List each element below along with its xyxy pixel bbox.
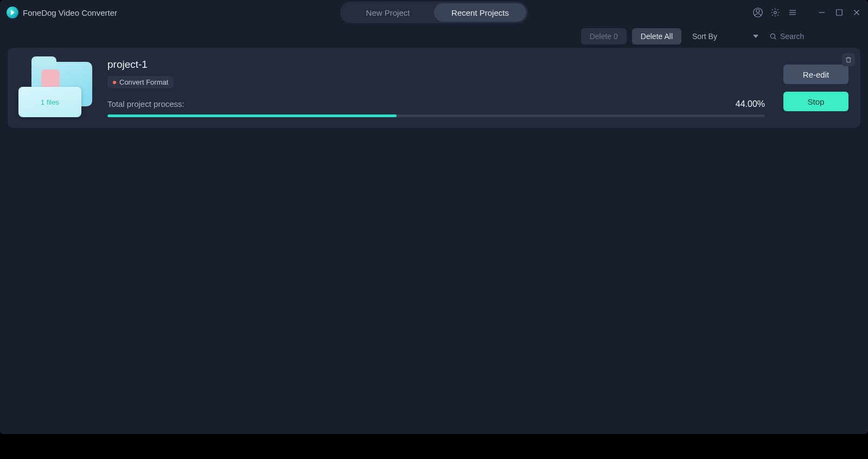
stop-button[interactable]: Stop: [783, 92, 848, 111]
delete-all-button[interactable]: Delete All: [632, 28, 681, 44]
brand: FoneDog Video Converter: [7, 7, 117, 18]
progress-fill: [107, 114, 397, 117]
svg-rect-7: [837, 10, 843, 16]
files-count-label: 1 files: [41, 98, 59, 106]
projects-list: 1 files project-1 Convert Format Total p…: [0, 48, 868, 128]
titlebar: FoneDog Video Converter New Project Rece…: [0, 0, 868, 25]
window-controls: [817, 8, 861, 17]
status-dot-icon: [113, 81, 116, 84]
chevron-down-icon: [753, 35, 758, 38]
search-icon: [769, 32, 777, 41]
project-card: 1 files project-1 Convert Format Total p…: [8, 48, 860, 128]
sort-by-label: Sort By: [692, 32, 717, 41]
reedit-button[interactable]: Re-edit: [783, 65, 848, 84]
svg-point-2: [774, 11, 777, 14]
app-window: FoneDog Video Converter New Project Rece…: [0, 0, 868, 434]
process-row: Total project process: 44.00%: [107, 99, 765, 109]
search-box[interactable]: [768, 28, 860, 44]
folder-front-icon: 1 files: [18, 87, 81, 117]
close-icon[interactable]: [852, 8, 861, 17]
process-label: Total project process:: [107, 99, 184, 109]
project-thumbnail: 1 files: [18, 59, 94, 117]
sort-by-dropdown[interactable]: Sort By: [687, 28, 763, 44]
project-type-label: Convert Format: [119, 78, 168, 86]
image-icon: [41, 69, 60, 88]
hamburger-icon[interactable]: [788, 8, 797, 17]
project-name: project-1: [107, 59, 765, 71]
trash-icon: [845, 56, 852, 63]
svg-point-0: [756, 9, 760, 12]
delete-selected-button[interactable]: Delete 0: [581, 28, 627, 44]
process-percent: 44.00%: [736, 99, 765, 109]
maximize-icon[interactable]: [834, 8, 844, 17]
delete-project-button[interactable]: [842, 53, 855, 66]
gear-icon[interactable]: [770, 8, 780, 17]
app-logo-icon: [7, 7, 18, 18]
project-type-chip: Convert Format: [107, 76, 174, 88]
minimize-icon[interactable]: [817, 8, 827, 17]
account-icon[interactable]: [753, 8, 763, 17]
app-title: FoneDog Video Converter: [23, 8, 117, 17]
project-body: project-1 Convert Format Total project p…: [107, 59, 765, 117]
title-icons: [753, 8, 861, 17]
tab-new-project[interactable]: New Project: [342, 3, 434, 22]
progress-bar: [107, 114, 765, 117]
project-actions: Re-edit Stop: [778, 59, 848, 117]
tab-switcher: New Project Recent Projects: [340, 2, 528, 23]
svg-line-11: [774, 37, 776, 39]
toolbar: Delete 0 Delete All Sort By: [0, 25, 868, 48]
search-input[interactable]: [780, 32, 857, 41]
tab-recent-projects[interactable]: Recent Projects: [434, 3, 526, 22]
svg-point-10: [770, 34, 775, 38]
